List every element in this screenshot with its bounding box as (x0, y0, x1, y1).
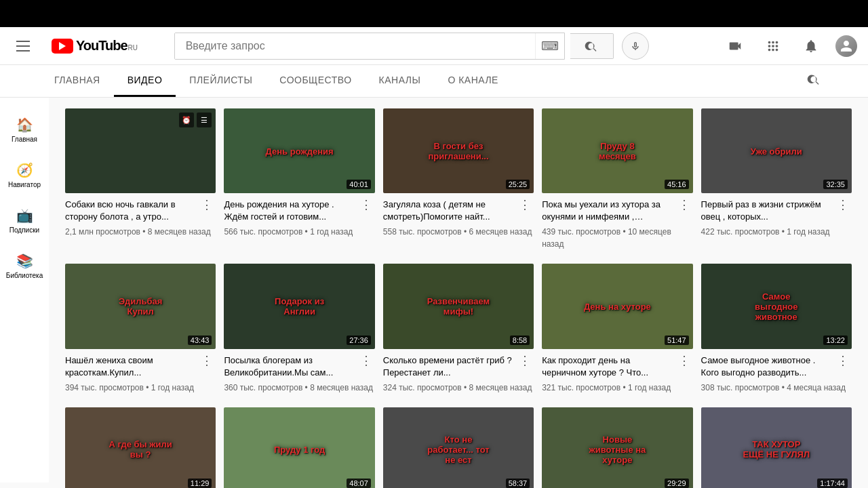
video-more-button[interactable]: ⋮ (675, 197, 693, 212)
home-icon: 🏠 (16, 117, 33, 133)
top-bar (0, 0, 868, 27)
menu-button[interactable] (11, 35, 35, 57)
video-title: Загуляла коза ( детям не смотреть)Помоги… (383, 199, 516, 223)
sidebar-label-explore: Навигатор (8, 181, 41, 188)
bell-icon (804, 39, 818, 54)
video-duration: 45:16 (665, 180, 689, 189)
video-views: 566 тыс. просмотров (224, 227, 302, 237)
video-title: Первый раз в жизни стрижём овец , которы… (701, 199, 834, 223)
header-left: YouTube RU (11, 35, 138, 57)
video-thumb-icons: ⏰ ☰ (179, 113, 212, 127)
keyboard-icon[interactable]: ⌨ (535, 33, 564, 59)
video-more-button[interactable]: ⋮ (198, 353, 216, 368)
apps-grid-icon (766, 39, 781, 54)
video-info: ⋮ Самое выгодное животное . Кого выгодно… (701, 349, 852, 396)
video-more-button[interactable]: ⋮ (516, 353, 534, 368)
notifications-button[interactable] (797, 33, 825, 60)
video-info: ⋮ Как проходит день на черничном хуторе … (542, 349, 692, 396)
video-card[interactable]: Кто не работает... тот не ест 58:37 Кто … (383, 407, 534, 488)
video-thumbnail: Самое выгодное животное 13:22 (701, 264, 852, 348)
mic-button[interactable] (622, 33, 649, 60)
video-duration: 27:36 (347, 336, 371, 345)
sidebar-item-library[interactable]: 📚 Библиотека (3, 245, 46, 287)
video-card[interactable]: ⏰ ☰ ⋮ Собаки всю ночь гавкали в сторону … (65, 108, 216, 253)
video-meta: 2,1 млн просмотров • 8 месяцев назад (65, 226, 216, 238)
video-card[interactable]: Подарок из Англии 27:36 ⋮ Посылка блогер… (224, 264, 374, 396)
video-thumbnail: Кто не работает... тот не ест 58:37 (383, 407, 534, 488)
video-title: Сколько времени растёт гриб ? Перестанет… (383, 354, 516, 379)
video-views: 308 тыс. просмотров (701, 383, 780, 392)
video-info: ⋮ Загуляла коза ( детям не смотреть)Помо… (383, 193, 534, 241)
video-info: ⋮ Посылка блогерам из Великобритании.Мы … (224, 349, 374, 396)
video-thumbnail: ТАК ХУТОР ЕЩЁ НЕ ГУЛЯЛ 1:17:44 (701, 407, 852, 488)
video-card[interactable]: А где бы жили вы ? 11:29 А где бы жили в… (65, 407, 216, 488)
library-icon: 📚 (16, 253, 33, 269)
search-box: ⌨ (174, 33, 565, 60)
search-input[interactable] (175, 33, 535, 59)
video-title: День рождения на хуторе . Ждём гостей и … (224, 199, 357, 223)
video-card[interactable]: ТАК ХУТОР ЕЩЁ НЕ ГУЛЯЛ 1:17:44 Так хутор… (701, 407, 852, 488)
list-icon: ☰ (197, 113, 212, 127)
search-button[interactable] (570, 33, 614, 59)
video-card[interactable]: Новые животные на хуторе 29:29 Новые жив… (542, 407, 692, 488)
sidebar-item-home[interactable]: 🏠 Главная (3, 108, 46, 151)
video-views: 360 тыс. просмотров (224, 383, 302, 392)
channel-nav-playlists[interactable]: ПЛЕЙЛИСТЫ (176, 65, 266, 97)
video-age: 4 месяца назад (787, 383, 846, 392)
video-card[interactable]: Самое выгодное животное 13:22 ⋮ Самое вы… (701, 264, 852, 396)
video-age: 1 год назад (628, 383, 671, 392)
sidebar-item-subscriptions[interactable]: 📺 Подписки (3, 199, 46, 242)
video-thumbnail: Пруду 8 месяцев 45:16 (542, 108, 692, 193)
apps-grid-button[interactable] (760, 33, 787, 60)
video-more-button[interactable]: ⋮ (357, 353, 375, 368)
video-age: 8 месяцев назад (469, 383, 532, 392)
video-info: ⋮ Сколько времени растёт гриб ? Перестан… (383, 349, 534, 396)
channel-nav-home[interactable]: ГЛАВНАЯ (41, 65, 114, 97)
search-area: ⌨ (174, 33, 649, 60)
video-meta: 422 тыс. просмотров • 1 год назад (701, 226, 852, 238)
video-duration: 13:22 (823, 336, 848, 345)
video-duration: 58:37 (506, 479, 530, 488)
video-meta: 321 тыс. просмотров • 1 год назад (542, 382, 692, 394)
video-more-button[interactable]: ⋮ (198, 197, 216, 212)
video-more-button[interactable]: ⋮ (834, 197, 852, 212)
video-views: 394 тыс. просмотров (65, 383, 144, 392)
channel-search-button[interactable] (800, 66, 827, 96)
video-card[interactable]: В гости без приглашени... 25:25 ⋮ Загуля… (383, 108, 534, 253)
logo-country: RU (128, 44, 138, 52)
video-thumbnail: Развенчиваем мифы! 8:58 (383, 264, 534, 348)
video-more-button[interactable]: ⋮ (834, 353, 852, 368)
channel-search-icon (807, 73, 821, 86)
video-card[interactable]: Уже обрили 32:35 ⋮ Первый раз в жизни ст… (701, 108, 852, 253)
video-card[interactable]: День на хуторе 51:47 ⋮ Как проходит день… (542, 264, 692, 396)
channel-nav-about[interactable]: О КАНАЛЕ (434, 65, 512, 97)
video-card[interactable]: Эдильбая Купил 43:43 ⋮ Нашёл жениха свои… (65, 264, 216, 396)
video-thumbnail: День рождения 40:01 (224, 108, 374, 193)
video-more-button[interactable]: ⋮ (357, 197, 375, 212)
channel-nav-community[interactable]: СООБЩЕСТВО (266, 65, 365, 97)
video-age: 8 месяцев назад (148, 227, 211, 237)
video-card[interactable]: Развенчиваем мифы! 8:58 ⋮ Сколько времен… (383, 264, 534, 396)
video-thumbnail: А где бы жили вы ? 11:29 (65, 407, 216, 488)
user-avatar[interactable] (835, 35, 857, 57)
video-card[interactable]: Пруду 1 год 48:07 Пруду 1 год (224, 407, 374, 488)
create-video-button[interactable] (722, 33, 749, 60)
video-duration: 48:07 (347, 479, 371, 488)
video-duration: 8:58 (510, 336, 530, 345)
video-title: Самое выгодное животное . Кого выгодно р… (701, 354, 834, 379)
channel-nav-channels[interactable]: КАНАЛЫ (366, 65, 435, 97)
video-title: Как проходит день на черничном хуторе ? … (542, 354, 675, 379)
channel-nav-videos[interactable]: ВИДЕО (114, 65, 176, 97)
logo[interactable]: YouTube RU (52, 38, 138, 54)
video-more-button[interactable]: ⋮ (675, 353, 693, 368)
video-card[interactable]: Пруду 8 месяцев 45:16 ⋮ Пока мы уехали и… (542, 108, 692, 253)
avatar-icon (840, 39, 853, 53)
video-thumbnail: Пруду 1 год 48:07 (224, 407, 374, 488)
sidebar-label-library: Библиотека (6, 272, 43, 279)
sidebar-item-explore[interactable]: 🧭 Навигатор (3, 154, 46, 197)
clock-icon: ⏰ (179, 113, 194, 127)
video-meta: 439 тыс. просмотров • 10 месяцев назад (542, 226, 692, 250)
video-duration: 32:35 (823, 180, 848, 189)
video-more-button[interactable]: ⋮ (516, 197, 534, 212)
video-card[interactable]: День рождения 40:01 ⋮ День рождения на х… (224, 108, 374, 253)
